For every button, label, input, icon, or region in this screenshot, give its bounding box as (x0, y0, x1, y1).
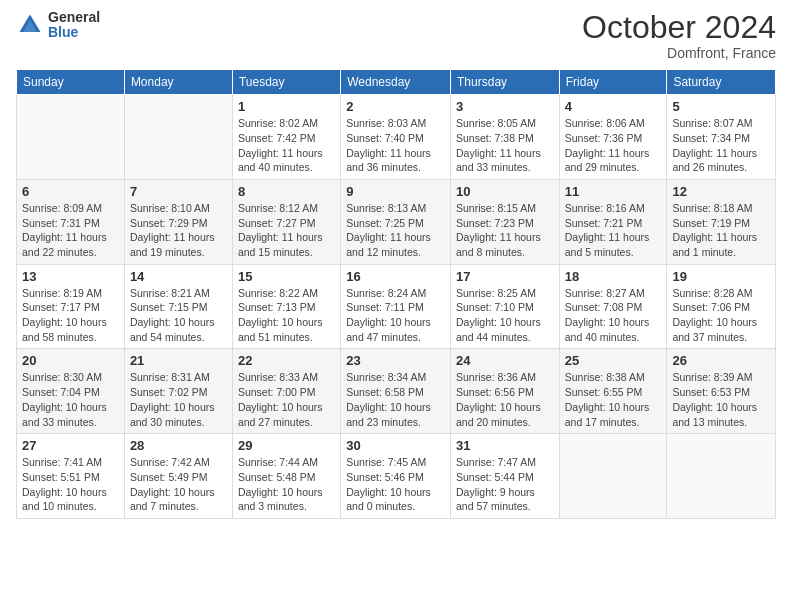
calendar-cell (667, 434, 776, 519)
day-info: Sunrise: 8:24 AM Sunset: 7:11 PM Dayligh… (346, 286, 445, 345)
day-number: 26 (672, 353, 770, 368)
col-wednesday: Wednesday (341, 70, 451, 95)
calendar-cell: 16Sunrise: 8:24 AM Sunset: 7:11 PM Dayli… (341, 264, 451, 349)
col-thursday: Thursday (451, 70, 560, 95)
day-number: 9 (346, 184, 445, 199)
day-info: Sunrise: 7:45 AM Sunset: 5:46 PM Dayligh… (346, 455, 445, 514)
calendar-cell: 15Sunrise: 8:22 AM Sunset: 7:13 PM Dayli… (232, 264, 340, 349)
day-number: 2 (346, 99, 445, 114)
day-number: 21 (130, 353, 227, 368)
day-number: 31 (456, 438, 554, 453)
day-number: 14 (130, 269, 227, 284)
calendar-cell: 20Sunrise: 8:30 AM Sunset: 7:04 PM Dayli… (17, 349, 125, 434)
calendar-table: Sunday Monday Tuesday Wednesday Thursday… (16, 69, 776, 519)
calendar-header: Sunday Monday Tuesday Wednesday Thursday… (17, 70, 776, 95)
day-info: Sunrise: 8:10 AM Sunset: 7:29 PM Dayligh… (130, 201, 227, 260)
logo: General Blue (16, 10, 100, 41)
day-info: Sunrise: 8:33 AM Sunset: 7:00 PM Dayligh… (238, 370, 335, 429)
logo-text: General Blue (48, 10, 100, 41)
day-info: Sunrise: 8:27 AM Sunset: 7:08 PM Dayligh… (565, 286, 662, 345)
logo-general-text: General (48, 10, 100, 25)
calendar-cell: 10Sunrise: 8:15 AM Sunset: 7:23 PM Dayli… (451, 179, 560, 264)
day-info: Sunrise: 8:02 AM Sunset: 7:42 PM Dayligh… (238, 116, 335, 175)
day-number: 5 (672, 99, 770, 114)
day-number: 24 (456, 353, 554, 368)
col-friday: Friday (559, 70, 667, 95)
day-number: 12 (672, 184, 770, 199)
calendar-cell: 12Sunrise: 8:18 AM Sunset: 7:19 PM Dayli… (667, 179, 776, 264)
calendar-cell: 4Sunrise: 8:06 AM Sunset: 7:36 PM Daylig… (559, 95, 667, 180)
calendar-cell: 14Sunrise: 8:21 AM Sunset: 7:15 PM Dayli… (124, 264, 232, 349)
col-sunday: Sunday (17, 70, 125, 95)
calendar-cell: 31Sunrise: 7:47 AM Sunset: 5:44 PM Dayli… (451, 434, 560, 519)
calendar-cell: 9Sunrise: 8:13 AM Sunset: 7:25 PM Daylig… (341, 179, 451, 264)
day-number: 7 (130, 184, 227, 199)
calendar-cell: 21Sunrise: 8:31 AM Sunset: 7:02 PM Dayli… (124, 349, 232, 434)
day-info: Sunrise: 8:13 AM Sunset: 7:25 PM Dayligh… (346, 201, 445, 260)
day-info: Sunrise: 8:31 AM Sunset: 7:02 PM Dayligh… (130, 370, 227, 429)
logo-blue-text: Blue (48, 25, 100, 40)
calendar-cell (124, 95, 232, 180)
col-monday: Monday (124, 70, 232, 95)
calendar-cell (559, 434, 667, 519)
calendar-cell: 30Sunrise: 7:45 AM Sunset: 5:46 PM Dayli… (341, 434, 451, 519)
day-info: Sunrise: 8:16 AM Sunset: 7:21 PM Dayligh… (565, 201, 662, 260)
day-info: Sunrise: 7:47 AM Sunset: 5:44 PM Dayligh… (456, 455, 554, 514)
day-number: 13 (22, 269, 119, 284)
calendar-cell: 29Sunrise: 7:44 AM Sunset: 5:48 PM Dayli… (232, 434, 340, 519)
calendar-week-1: 1Sunrise: 8:02 AM Sunset: 7:42 PM Daylig… (17, 95, 776, 180)
day-number: 28 (130, 438, 227, 453)
day-info: Sunrise: 8:15 AM Sunset: 7:23 PM Dayligh… (456, 201, 554, 260)
day-number: 10 (456, 184, 554, 199)
day-info: Sunrise: 7:44 AM Sunset: 5:48 PM Dayligh… (238, 455, 335, 514)
day-info: Sunrise: 8:19 AM Sunset: 7:17 PM Dayligh… (22, 286, 119, 345)
day-number: 17 (456, 269, 554, 284)
logo-icon (16, 11, 44, 39)
calendar-cell: 13Sunrise: 8:19 AM Sunset: 7:17 PM Dayli… (17, 264, 125, 349)
calendar-cell: 5Sunrise: 8:07 AM Sunset: 7:34 PM Daylig… (667, 95, 776, 180)
day-number: 4 (565, 99, 662, 114)
col-saturday: Saturday (667, 70, 776, 95)
calendar-body: 1Sunrise: 8:02 AM Sunset: 7:42 PM Daylig… (17, 95, 776, 519)
day-number: 1 (238, 99, 335, 114)
day-number: 30 (346, 438, 445, 453)
day-number: 11 (565, 184, 662, 199)
day-info: Sunrise: 8:28 AM Sunset: 7:06 PM Dayligh… (672, 286, 770, 345)
day-info: Sunrise: 8:21 AM Sunset: 7:15 PM Dayligh… (130, 286, 227, 345)
calendar-cell: 1Sunrise: 8:02 AM Sunset: 7:42 PM Daylig… (232, 95, 340, 180)
calendar-cell: 7Sunrise: 8:10 AM Sunset: 7:29 PM Daylig… (124, 179, 232, 264)
day-info: Sunrise: 8:34 AM Sunset: 6:58 PM Dayligh… (346, 370, 445, 429)
day-info: Sunrise: 8:36 AM Sunset: 6:56 PM Dayligh… (456, 370, 554, 429)
col-tuesday: Tuesday (232, 70, 340, 95)
day-info: Sunrise: 8:07 AM Sunset: 7:34 PM Dayligh… (672, 116, 770, 175)
day-number: 15 (238, 269, 335, 284)
day-info: Sunrise: 7:41 AM Sunset: 5:51 PM Dayligh… (22, 455, 119, 514)
calendar-cell: 24Sunrise: 8:36 AM Sunset: 6:56 PM Dayli… (451, 349, 560, 434)
header: General Blue October 2024 Domfront, Fran… (16, 10, 776, 61)
day-info: Sunrise: 8:22 AM Sunset: 7:13 PM Dayligh… (238, 286, 335, 345)
day-info: Sunrise: 8:39 AM Sunset: 6:53 PM Dayligh… (672, 370, 770, 429)
calendar-cell: 22Sunrise: 8:33 AM Sunset: 7:00 PM Dayli… (232, 349, 340, 434)
day-number: 23 (346, 353, 445, 368)
calendar-week-4: 20Sunrise: 8:30 AM Sunset: 7:04 PM Dayli… (17, 349, 776, 434)
calendar-week-3: 13Sunrise: 8:19 AM Sunset: 7:17 PM Dayli… (17, 264, 776, 349)
calendar-cell: 3Sunrise: 8:05 AM Sunset: 7:38 PM Daylig… (451, 95, 560, 180)
day-number: 8 (238, 184, 335, 199)
day-info: Sunrise: 8:25 AM Sunset: 7:10 PM Dayligh… (456, 286, 554, 345)
header-row: Sunday Monday Tuesday Wednesday Thursday… (17, 70, 776, 95)
month-title: October 2024 (582, 10, 776, 45)
day-number: 22 (238, 353, 335, 368)
day-number: 19 (672, 269, 770, 284)
calendar-week-2: 6Sunrise: 8:09 AM Sunset: 7:31 PM Daylig… (17, 179, 776, 264)
day-info: Sunrise: 8:03 AM Sunset: 7:40 PM Dayligh… (346, 116, 445, 175)
day-number: 29 (238, 438, 335, 453)
day-number: 27 (22, 438, 119, 453)
day-info: Sunrise: 8:18 AM Sunset: 7:19 PM Dayligh… (672, 201, 770, 260)
day-info: Sunrise: 8:30 AM Sunset: 7:04 PM Dayligh… (22, 370, 119, 429)
calendar-cell: 18Sunrise: 8:27 AM Sunset: 7:08 PM Dayli… (559, 264, 667, 349)
calendar-cell: 6Sunrise: 8:09 AM Sunset: 7:31 PM Daylig… (17, 179, 125, 264)
calendar-week-5: 27Sunrise: 7:41 AM Sunset: 5:51 PM Dayli… (17, 434, 776, 519)
calendar-cell: 2Sunrise: 8:03 AM Sunset: 7:40 PM Daylig… (341, 95, 451, 180)
day-info: Sunrise: 8:09 AM Sunset: 7:31 PM Dayligh… (22, 201, 119, 260)
calendar-cell: 27Sunrise: 7:41 AM Sunset: 5:51 PM Dayli… (17, 434, 125, 519)
